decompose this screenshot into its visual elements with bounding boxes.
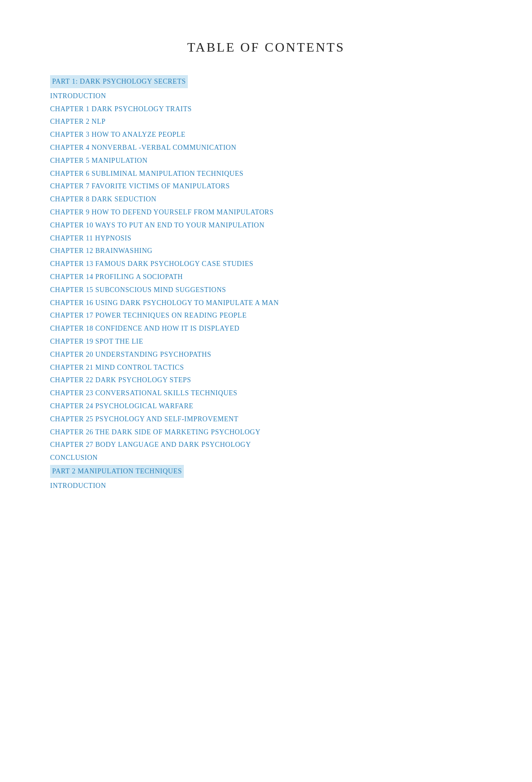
toc-link-ch4[interactable]: CHAPTER 4 NONVERBAL -VERBAL COMMUNICATIO… — [50, 142, 236, 154]
toc-link-ch25[interactable]: CHAPTER 25 PSYCHOLOGY AND SELF-IMPROVEME… — [50, 413, 238, 425]
toc-item: CHAPTER 19 SPOT THE LIE — [50, 336, 482, 348]
toc-link-ch1[interactable]: CHAPTER 1 DARK PSYCHOLOGY TRAITS — [50, 103, 192, 115]
toc-item: CHAPTER 21 MIND CONTROL TACTICS — [50, 362, 482, 374]
toc-item: CHAPTER 10 WAYS TO PUT AN END TO YOUR MA… — [50, 219, 482, 231]
toc-link-ch10[interactable]: CHAPTER 10 WAYS TO PUT AN END TO YOUR MA… — [50, 219, 264, 231]
toc-item: CHAPTER 26 THE DARK SIDE OF MARKETING PS… — [50, 426, 482, 438]
toc-link-ch8[interactable]: CHAPTER 8 DARK SEDUCTION — [50, 193, 156, 205]
toc-item: CHAPTER 12 BRAINWASHING — [50, 245, 482, 257]
toc-link-ch26[interactable]: CHAPTER 26 THE DARK SIDE OF MARKETING PS… — [50, 426, 260, 438]
toc-link-ch17[interactable]: CHAPTER 17 POWER TECHNIQUES ON READING P… — [50, 310, 246, 322]
toc-link-ch13[interactable]: CHAPTER 13 FAMOUS DARK PSYCHOLOGY CASE S… — [50, 258, 253, 270]
toc-item: INTRODUCTION — [50, 480, 482, 492]
toc-item: CHAPTER 5 MANIPULATION — [50, 155, 482, 167]
toc-link-ch16[interactable]: CHAPTER 16 USING DARK PSYCHOLOGY TO MANI… — [50, 297, 279, 309]
toc-link-ch7[interactable]: CHAPTER 7 FAVORITE VICTIMS OF MANIPULATO… — [50, 180, 230, 192]
toc-item: CHAPTER 23 CONVERSATIONAL SKILLS TECHNIQ… — [50, 387, 482, 399]
toc-item: CHAPTER 1 DARK PSYCHOLOGY TRAITS — [50, 103, 482, 115]
toc-link-ch24[interactable]: CHAPTER 24 PSYCHOLOGICAL WARFARE — [50, 400, 193, 412]
toc-item: CHAPTER 7 FAVORITE VICTIMS OF MANIPULATO… — [50, 180, 482, 192]
toc-item: PART 1: DARK PSYCHOLOGY SECRETS — [50, 75, 482, 89]
toc-item: INTRODUCTION — [50, 90, 482, 102]
toc-link-ch22[interactable]: CHAPTER 22 DARK PSYCHOLOGY STEPS — [50, 374, 191, 386]
toc-item: CHAPTER 20 UNDERSTANDING PSYCHOPATHS — [50, 349, 482, 361]
toc-part-label[interactable]: PART 1: DARK PSYCHOLOGY SECRETS — [50, 75, 188, 88]
toc-item: CHAPTER 17 POWER TECHNIQUES ON READING P… — [50, 310, 482, 322]
toc-link-ch3[interactable]: CHAPTER 3 HOW TO ANALYZE PEOPLE — [50, 129, 185, 141]
toc-item: CHAPTER 16 USING DARK PSYCHOLOGY TO MANI… — [50, 297, 482, 309]
toc-item: CHAPTER 24 PSYCHOLOGICAL WARFARE — [50, 400, 482, 412]
toc-item: CHAPTER 15 SUBCONSCIOUS MIND SUGGESTIONS — [50, 284, 482, 296]
toc-link-ch21[interactable]: CHAPTER 21 MIND CONTROL TACTICS — [50, 362, 184, 374]
toc-item: CHAPTER 6 SUBLIMINAL MANIPULATION TECHNI… — [50, 168, 482, 180]
toc-item: CHAPTER 22 DARK PSYCHOLOGY STEPS — [50, 374, 482, 386]
toc-list: PART 1: DARK PSYCHOLOGY SECRETSINTRODUCT… — [50, 75, 482, 492]
toc-link-conclusion1[interactable]: CONCLUSION — [50, 452, 98, 464]
toc-link-ch5[interactable]: CHAPTER 5 MANIPULATION — [50, 155, 148, 167]
toc-item: CHAPTER 13 FAMOUS DARK PSYCHOLOGY CASE S… — [50, 258, 482, 270]
toc-link-ch6[interactable]: CHAPTER 6 SUBLIMINAL MANIPULATION TECHNI… — [50, 168, 243, 180]
toc-link-ch18[interactable]: CHAPTER 18 CONFIDENCE AND HOW IT IS DISP… — [50, 323, 239, 335]
toc-link-ch9[interactable]: CHAPTER 9 HOW TO DEFEND YOURSELF FROM MA… — [50, 206, 274, 218]
toc-item: PART 2 MANIPULATION TECHNIQUES — [50, 465, 482, 479]
toc-item: CHAPTER 27 BODY LANGUAGE AND DARK PSYCHO… — [50, 439, 482, 451]
toc-item: CHAPTER 14 PROFILING A SOCIOPATH — [50, 271, 482, 283]
toc-part-label[interactable]: PART 2 MANIPULATION TECHNIQUES — [50, 465, 184, 478]
toc-item: CHAPTER 11 HYPNOSIS — [50, 232, 482, 244]
toc-link-intro2[interactable]: INTRODUCTION — [50, 480, 106, 492]
toc-link-ch20[interactable]: CHAPTER 20 UNDERSTANDING PSYCHOPATHS — [50, 349, 211, 361]
toc-link-ch19[interactable]: CHAPTER 19 SPOT THE LIE — [50, 336, 143, 348]
toc-item: CHAPTER 2 NLP — [50, 116, 482, 128]
toc-item: CONCLUSION — [50, 452, 482, 464]
toc-link-ch23[interactable]: CHAPTER 23 CONVERSATIONAL SKILLS TECHNIQ… — [50, 387, 237, 399]
toc-link-intro1[interactable]: INTRODUCTION — [50, 90, 106, 102]
toc-item: CHAPTER 18 CONFIDENCE AND HOW IT IS DISP… — [50, 323, 482, 335]
toc-link-ch12[interactable]: CHAPTER 12 BRAINWASHING — [50, 245, 152, 257]
toc-link-ch15[interactable]: CHAPTER 15 SUBCONSCIOUS MIND SUGGESTIONS — [50, 284, 226, 296]
toc-link-ch14[interactable]: CHAPTER 14 PROFILING A SOCIOPATH — [50, 271, 183, 283]
toc-item: CHAPTER 25 PSYCHOLOGY AND SELF-IMPROVEME… — [50, 413, 482, 425]
toc-link-ch27[interactable]: CHAPTER 27 BODY LANGUAGE AND DARK PSYCHO… — [50, 439, 251, 451]
toc-item: CHAPTER 8 DARK SEDUCTION — [50, 193, 482, 205]
toc-item: CHAPTER 4 NONVERBAL -VERBAL COMMUNICATIO… — [50, 142, 482, 154]
toc-item: CHAPTER 3 HOW TO ANALYZE PEOPLE — [50, 129, 482, 141]
page-title: TABLE OF CONTENTS — [50, 40, 482, 55]
toc-item: CHAPTER 9 HOW TO DEFEND YOURSELF FROM MA… — [50, 206, 482, 218]
toc-link-ch11[interactable]: CHAPTER 11 HYPNOSIS — [50, 232, 131, 244]
toc-link-ch2[interactable]: CHAPTER 2 NLP — [50, 116, 106, 128]
